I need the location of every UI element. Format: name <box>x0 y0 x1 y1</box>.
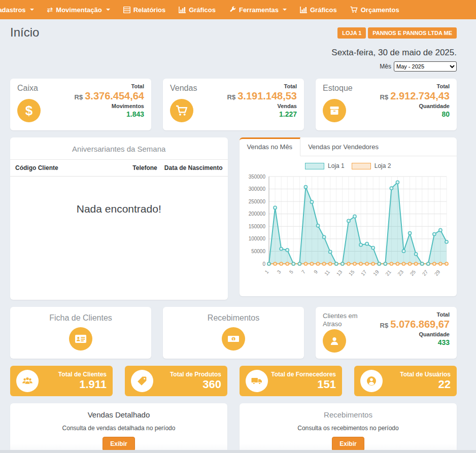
count-label: Vendas <box>227 103 297 109</box>
page-title: Início <box>10 25 39 40</box>
svg-text:15: 15 <box>347 269 355 277</box>
money-bill-icon: 1 <box>222 327 245 351</box>
count-label: Movimentos <box>75 103 144 109</box>
report-title: Vendas Detalhado <box>10 410 227 419</box>
stat-value: 22 <box>383 378 451 391</box>
count-value: 80 <box>380 110 450 118</box>
vendas-detalhado-card: Vendas Detalhado Consulta de vendas deta… <box>10 403 227 453</box>
exibir-button[interactable]: Exibir <box>332 437 364 451</box>
svg-text:1: 1 <box>232 337 234 341</box>
store-badge: LOJA 1 <box>337 27 366 39</box>
birthdays-card: Aniversariantes da Semana Código Cliente… <box>10 137 228 300</box>
svg-text:350000: 350000 <box>248 174 265 180</box>
total-value: R$2.912.734,43 <box>380 90 450 102</box>
stat-value: 360 <box>153 378 221 391</box>
nav-item-graficos-1[interactable]: Gráficos <box>172 0 222 19</box>
nav-label: Movimentação <box>56 6 101 14</box>
page-header: Início LOJA 1 PANNOS E PANNOS LTDA ME <box>10 23 457 40</box>
legend-item: Loja 1 <box>305 162 345 169</box>
svg-text:5: 5 <box>288 269 294 275</box>
id-card-icon <box>69 327 92 351</box>
sales-chart-card: Vendas no Mês Vendas por Vendedores Loja… <box>240 137 457 296</box>
nav-label: Orçamentos <box>361 6 399 14</box>
nav-label: Ferramentas <box>239 6 279 14</box>
chevron-down-icon <box>106 9 110 11</box>
user-icon <box>323 329 346 353</box>
nav-item-graficos-2[interactable]: Gráficos <box>293 0 344 19</box>
vendas-card: Vendas Total R$3.191.148,53 Vendas 1.227 <box>163 79 304 130</box>
svg-text:3: 3 <box>276 269 282 275</box>
card-title: Clientes em Atraso <box>323 312 369 329</box>
nav-item-ferramentas[interactable]: Ferramentas <box>222 0 293 19</box>
nav-item-relatorios[interactable]: Relatórios <box>117 0 173 19</box>
svg-text:29: 29 <box>433 269 441 277</box>
nav-item-orcamentos[interactable]: Orçamentos <box>344 0 406 19</box>
stat-label: Total de Produtos <box>153 371 221 378</box>
svg-text:13: 13 <box>335 269 343 277</box>
stat-value: 151 <box>268 378 336 391</box>
current-date: Sexta-feira, 30 de maio de 2025. <box>10 48 457 58</box>
month-select-label: Mês <box>380 63 391 70</box>
stat-label: Total de Clientes <box>39 371 107 378</box>
user-circle-icon <box>360 370 383 392</box>
stat-label: Total de Usuários <box>383 371 451 378</box>
recebimentos-report-card: Recebimentos Consulta os recebimentos no… <box>240 403 457 453</box>
sales-area-chart: 0500001000001500002000002500003000003500… <box>243 171 453 288</box>
cart-icon <box>170 99 193 122</box>
total-label: Total <box>380 311 450 318</box>
wrench-icon <box>229 6 236 13</box>
estoque-card: Estoque Total R$2.912.734,43 Quantidade … <box>316 79 457 130</box>
exchange-icon: ⇄ <box>47 6 53 13</box>
nav-label: Gráficos <box>189 6 216 14</box>
recebimentos-card[interactable]: Recebimentos 1 <box>163 307 304 359</box>
month-select[interactable]: May - 2025 <box>394 61 457 72</box>
total-usuarios-card: Total de Usuários 22 <box>354 366 457 396</box>
svg-text:7: 7 <box>300 269 306 275</box>
chevron-down-icon <box>283 9 287 11</box>
card-title: Ficha de Clientes <box>10 313 151 323</box>
birthdays-table-header: Código Cliente Telefone Data de Nascimen… <box>10 160 228 177</box>
nav-label: Cadastros <box>0 6 26 14</box>
svg-text:25: 25 <box>409 269 417 277</box>
svg-text:9: 9 <box>313 269 319 275</box>
chart-legend: Loja 1 Loja 2 <box>243 162 454 169</box>
top-navbar: Cadastros ⇄ Movimentação Relatórios Gráf… <box>0 0 476 19</box>
box-icon <box>323 99 346 122</box>
store-badges: LOJA 1 PANNOS E PANNOS LTDA ME <box>337 27 457 39</box>
svg-text:17: 17 <box>360 269 368 277</box>
legend-label: Loja 1 <box>328 162 345 169</box>
truck-icon <box>246 370 268 392</box>
column-header: Código Cliente <box>15 164 125 171</box>
svg-text:27: 27 <box>421 269 429 277</box>
tab-vendas-no-mes[interactable]: Vendas no Mês <box>240 137 301 156</box>
nav-item-cadastros[interactable]: Cadastros <box>0 0 41 19</box>
total-clientes-card: Total de Clientes 1.911 <box>10 366 113 396</box>
total-value: R$3.376.454,64 <box>75 90 144 102</box>
report-table-icon <box>123 7 130 13</box>
dollar-icon: $ <box>17 99 41 122</box>
report-description: Consulta de vendas detalhada no período <box>10 425 227 432</box>
company-badge: PANNOS E PANNOS LTDA ME <box>368 27 457 39</box>
total-label: Total <box>75 83 144 89</box>
tab-vendas-por-vendedores[interactable]: Vendas por Vendedores <box>300 137 386 156</box>
nav-item-movimentacao[interactable]: ⇄ Movimentação <box>41 0 117 19</box>
column-header: Data de Nascimento <box>164 164 223 171</box>
ficha-de-clientes-card[interactable]: Ficha de Clientes <box>10 307 151 359</box>
nav-label: Gráficos <box>310 6 337 14</box>
svg-text:250000: 250000 <box>248 199 265 204</box>
count-label: Quantidade <box>380 331 450 337</box>
svg-text:11: 11 <box>323 269 331 276</box>
total-label: Total <box>227 83 297 89</box>
nav-label: Relatórios <box>133 6 166 14</box>
legend-item: Loja 2 <box>352 162 391 169</box>
svg-text:23: 23 <box>396 269 404 277</box>
report-description: Consulta os recebimentos no período <box>240 425 457 432</box>
stat-value: 1.911 <box>39 378 107 391</box>
svg-text:50000: 50000 <box>251 249 265 254</box>
page-bottom-strip <box>0 450 476 453</box>
clientes-em-atraso-card: Clientes em Atraso Total R$5.076.869,67 … <box>316 307 457 359</box>
bar-chart-icon <box>179 7 186 13</box>
report-title: Recebimentos <box>240 410 457 419</box>
exibir-button[interactable]: Exibir <box>103 437 134 451</box>
count-value: 433 <box>380 338 450 346</box>
